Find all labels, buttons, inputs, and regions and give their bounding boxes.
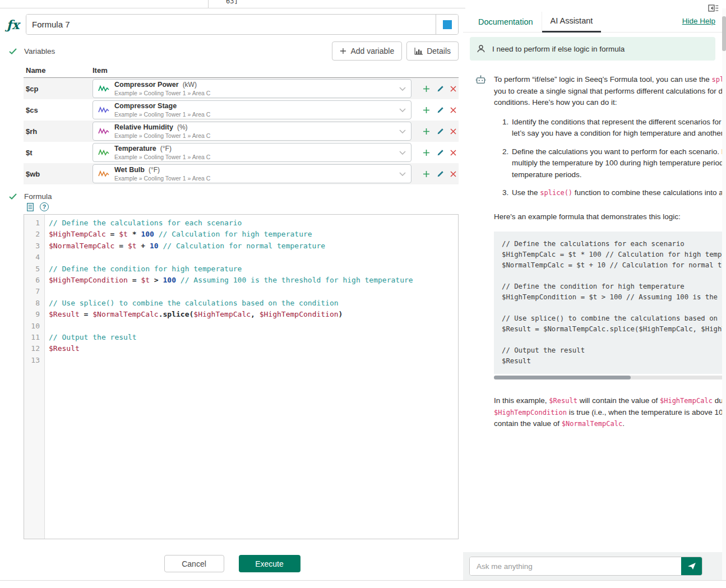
remove-x-icon: [450, 107, 456, 113]
variable-item-select[interactable]: Compressor Power(kW) Example » Cooling T…: [93, 79, 411, 98]
code-line[interactable]: [49, 321, 458, 332]
tab-documentation[interactable]: Documentation: [470, 12, 542, 32]
code-line[interactable]: $Result = $NormalTempCalc.splice($HighTe…: [49, 309, 458, 320]
chevron-down-icon: [399, 129, 406, 133]
code-line[interactable]: // Define the calculations for each scen…: [49, 217, 458, 229]
execute-button[interactable]: Execute: [239, 555, 300, 572]
item-path: Example » Cooling Tower 1 » Area C: [114, 132, 394, 139]
code-line[interactable]: [49, 286, 458, 297]
remove-x-icon: [450, 171, 456, 177]
add-row-button[interactable]: [423, 170, 430, 178]
variable-item-select[interactable]: Temperature(°F) Example » Cooling Tower …: [93, 143, 411, 162]
add-row-icon: [423, 149, 430, 156]
assistant-code-line: // Define the condition for high tempera…: [502, 281, 722, 292]
variable-name: $cs: [24, 106, 93, 114]
edit-variable-button[interactable]: [437, 170, 444, 178]
horizontal-scrollbar[interactable]: [494, 376, 722, 379]
add-row-icon: [423, 107, 430, 114]
row-actions: [423, 149, 459, 156]
add-row-button[interactable]: [423, 128, 430, 135]
tab-ai-assistant[interactable]: AI Assistant: [542, 11, 602, 33]
formula-name-input[interactable]: [26, 15, 436, 34]
color-picker-button[interactable]: [436, 15, 458, 34]
add-row-button[interactable]: [423, 85, 430, 92]
variable-row: $wb Wet Bulb(°F) Example » Cooling Tower…: [24, 163, 459, 184]
remove-variable-button[interactable]: [450, 86, 456, 92]
inline-code: $NormalTempCalc: [562, 420, 622, 428]
assistant-steps: Identify the conditions that represent t…: [494, 117, 722, 199]
user-person-icon: [477, 44, 485, 53]
assistant-intro: To perform “if/else” logic in Seeq’s For…: [494, 74, 722, 109]
add-row-icon: [423, 128, 430, 135]
vertical-scrollbar[interactable]: [722, 8, 726, 580]
details-button[interactable]: Details: [406, 41, 459, 61]
send-button[interactable]: [681, 557, 702, 575]
user-message: I need to perform if else logic in formu…: [470, 37, 715, 61]
signal-waveform-icon: [98, 85, 109, 92]
formula-toolbar: ?: [27, 202, 459, 212]
add-row-button[interactable]: [423, 149, 430, 156]
formula-help-button[interactable]: ?: [40, 202, 49, 211]
vertical-scrollbar-thumb[interactable]: [722, 16, 726, 51]
edit-variable-button[interactable]: [437, 85, 444, 92]
chevron-down-icon: [399, 108, 406, 112]
row-actions: [423, 85, 459, 92]
edit-pencil-icon: [437, 170, 444, 178]
inline-code: $HighTempCondition: [494, 409, 567, 416]
background-top-strip: 63]: [0, 0, 465, 8]
assistant-conclusion: In this example, $Result will contain th…: [494, 395, 722, 430]
remove-variable-button[interactable]: [450, 171, 456, 177]
remove-variable-button[interactable]: [450, 128, 456, 135]
code-line[interactable]: [49, 355, 458, 366]
line-number: 11: [24, 332, 44, 343]
expand-panel-icon: [708, 3, 719, 13]
assistant-code-line: // Define the calculations for each scen…: [502, 239, 722, 249]
add-variable-button[interactable]: Add variable: [332, 41, 402, 61]
ask-input[interactable]: [470, 557, 681, 575]
background-divider: [208, 0, 209, 8]
add-row-button[interactable]: [423, 107, 430, 114]
plus-icon: [340, 48, 346, 54]
assistant-message: To perform “if/else” logic in Seeq’s For…: [470, 61, 715, 438]
code-line[interactable]: // Use splice() to combine the calculati…: [49, 298, 458, 309]
remove-variable-button[interactable]: [450, 150, 456, 156]
variable-item-select[interactable]: Relative Humidity(%) Example » Cooling T…: [93, 122, 411, 141]
variable-name: $t: [24, 149, 93, 157]
code-line[interactable]: // Output the result: [49, 332, 458, 343]
hide-help-link[interactable]: Hide Help: [682, 17, 715, 32]
formula-section-label: Formula: [24, 192, 52, 201]
item-title: Compressor Power: [114, 81, 179, 89]
cancel-button[interactable]: Cancel: [164, 555, 224, 572]
code-line[interactable]: [49, 252, 458, 263]
edit-variable-button[interactable]: [437, 107, 444, 114]
assistant-code-line: [502, 335, 722, 345]
formula-tool-screen: 63] ƒx Variables Add variable: [0, 0, 726, 588]
code-line[interactable]: $Result: [49, 343, 458, 354]
code-line[interactable]: $HighTempCalc = $t * 100 // Calculation …: [49, 229, 458, 240]
code-line[interactable]: $NormalTempCalc = $t + 10 // Calculation…: [49, 240, 458, 252]
editor-code[interactable]: // Define the calculations for each scen…: [45, 215, 458, 539]
remove-variable-button[interactable]: [450, 107, 456, 113]
edit-variable-button[interactable]: [437, 128, 444, 135]
code-line[interactable]: // Define the condition for high tempera…: [49, 263, 458, 275]
line-number: 13: [24, 355, 44, 366]
item-unit: (°F): [160, 145, 172, 152]
code-line[interactable]: $HighTempCondition = $t > 100 // Assumin…: [49, 275, 458, 286]
row-actions: [423, 128, 459, 135]
item-path: Example » Cooling Tower 1 » Area C: [114, 111, 394, 118]
edit-variable-button[interactable]: [437, 149, 444, 156]
send-plane-icon: [687, 562, 696, 570]
assistant-example-intro: Here's an example formula that demonstra…: [494, 211, 722, 223]
variable-item-select[interactable]: Wet Bulb(°F) Example » Cooling Tower 1 »…: [93, 164, 411, 183]
formula-panel: ƒx Variables Add variable Details: [0, 8, 463, 580]
assistant-code-line: // Use splice() to combine the calculati…: [502, 313, 722, 324]
formula-document-button[interactable]: [27, 203, 34, 211]
item-path: Example » Cooling Tower 1 » Area C: [114, 90, 394, 96]
help-body: I need to perform if else logic in formu…: [463, 33, 722, 552]
expand-panel-button[interactable]: [708, 3, 719, 15]
variable-name: $cp: [24, 85, 93, 93]
variable-item-select[interactable]: Compressor Stage Example » Cooling Tower…: [93, 100, 411, 119]
variable-row: $cs Compressor Stage Example » Cooling T…: [24, 99, 459, 121]
horizontal-scrollbar-thumb[interactable]: [494, 376, 631, 379]
formula-editor[interactable]: 12345678910111213 // Define the calculat…: [24, 214, 459, 539]
